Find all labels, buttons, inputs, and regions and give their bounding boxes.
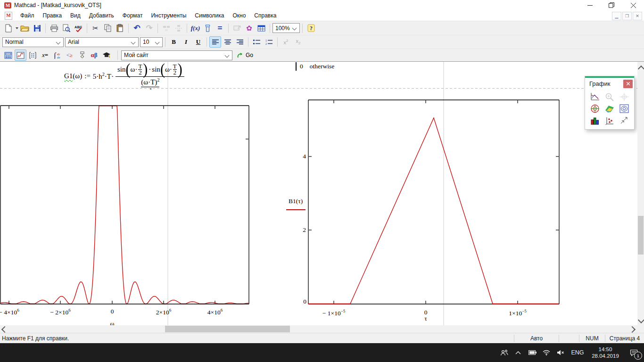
underline-button[interactable]: U	[192, 36, 204, 48]
menu-item-7[interactable]: Окно	[228, 11, 250, 20]
svg-text:dx: dx	[57, 56, 61, 59]
italic-icon: I	[185, 38, 187, 46]
boolean-palette-button[interactable]: <≥	[64, 49, 75, 61]
font-size-dropdown[interactable]: 10	[140, 37, 163, 47]
zoom-window-button	[604, 92, 615, 102]
volume-muted-icon[interactable]	[553, 343, 568, 362]
save-file-button[interactable]	[31, 23, 43, 34]
minimize-button[interactable]	[579, 0, 601, 10]
align-right-button[interactable]	[234, 36, 246, 48]
align-left-button[interactable]	[209, 36, 221, 48]
wifi-icon[interactable]	[539, 343, 553, 362]
polar-plot-button[interactable]	[589, 104, 601, 114]
toolbar-separator	[87, 24, 87, 33]
help-button[interactable]: ?	[305, 23, 317, 34]
greek-palette-button[interactable]: αβ	[88, 49, 100, 61]
go-button[interactable]: Go	[237, 52, 253, 59]
resources-dropdown[interactable]: Мой сайт	[121, 50, 232, 60]
menu-item-5[interactable]: Инструменты	[147, 11, 190, 20]
align-regions-icon	[163, 25, 170, 32]
print-preview-button[interactable]	[60, 23, 72, 34]
print-button[interactable]	[48, 23, 60, 34]
toolbar-separator	[228, 24, 229, 33]
show-hidden-icons-chevron[interactable]	[511, 343, 525, 362]
evaluation-palette-button[interactable]: x=	[39, 49, 51, 61]
zoom-dropdown[interactable]: 100%	[272, 23, 300, 33]
paste-button[interactable]	[114, 23, 126, 34]
undo-button[interactable]: ↶	[131, 23, 143, 34]
calculator-palette-button[interactable]	[2, 49, 14, 61]
menu-item-0[interactable]: Файл	[16, 11, 39, 20]
numbered-list-button[interactable]: 12	[263, 36, 275, 48]
otherwise-label: otherwise	[310, 63, 334, 70]
trace-icon	[619, 92, 629, 101]
bold-button[interactable]: B	[168, 36, 180, 48]
restore-icon	[609, 2, 614, 8]
menu-item-4[interactable]: Формат	[118, 11, 147, 20]
menu-item-8[interactable]: Справка	[250, 11, 281, 20]
vector-field-plot-button[interactable]	[619, 115, 630, 125]
style-dropdown[interactable]: Normal	[2, 37, 64, 47]
close-icon	[631, 3, 636, 8]
mdi-minimize-button[interactable]: ▁	[612, 12, 621, 20]
vertical-scrollbar[interactable]	[637, 62, 644, 325]
menu-item-3[interactable]: Добавить	[85, 11, 118, 20]
insert-function-button[interactable]: f(x)	[190, 23, 201, 34]
battery-icon[interactable]	[525, 343, 539, 362]
new-file-icon	[5, 24, 12, 33]
formula-region-g1[interactable]: G1(ω) := 5·h2·T· sin(ω· T2 ) · sin(ω· T2…	[64, 63, 184, 90]
insert-table-button[interactable]	[256, 23, 267, 34]
evaluate-equals-button[interactable]: =	[214, 23, 226, 34]
charts-canvas[interactable]	[0, 62, 637, 325]
language-indicator[interactable]: ENG	[568, 349, 587, 356]
horizontal-scroll-thumb[interactable]	[165, 326, 290, 332]
align-right-icon	[237, 39, 243, 45]
menu-item-1[interactable]: Правка	[39, 11, 66, 20]
notification-badge: 1	[634, 352, 642, 360]
otherwise-region[interactable]: 0 otherwise	[296, 62, 334, 71]
bar3d-plot-button[interactable]	[589, 115, 601, 125]
matrix-palette-button[interactable]	[27, 49, 39, 61]
palette-close-button[interactable]	[623, 80, 633, 88]
chevron-down-icon	[225, 53, 230, 58]
xy-plot-button[interactable]	[589, 92, 601, 102]
clock[interactable]: 14:50 28.04.2019	[587, 346, 623, 359]
align-center-button[interactable]	[222, 36, 233, 48]
horizontal-scrollbar[interactable]	[0, 325, 637, 333]
open-file-button[interactable]	[19, 23, 31, 34]
vertical-scroll-thumb[interactable]	[638, 216, 644, 255]
bold-icon: B	[172, 38, 176, 46]
symbolic-palette-icon	[102, 52, 111, 58]
action-center-icon[interactable]: 1	[623, 343, 644, 362]
status-empty	[559, 335, 579, 342]
mdi-restore-button[interactable]: ❐	[622, 12, 632, 20]
align-left-icon	[212, 39, 219, 45]
surface-plot-button[interactable]	[604, 104, 615, 114]
graph-palette-window[interactable]: График	[585, 76, 635, 130]
calculus-palette-button[interactable]: ∫dydx	[51, 49, 63, 61]
mdi-close-button[interactable]: ✕	[633, 12, 642, 20]
bullet-list-button[interactable]	[251, 36, 263, 48]
people-icon[interactable]	[497, 343, 511, 362]
open-file-icon	[20, 25, 29, 32]
restore-button[interactable]	[601, 0, 622, 10]
cut-button[interactable]: ✂	[90, 23, 101, 34]
new-file-caret-icon[interactable]	[16, 27, 18, 29]
smartsketch-button[interactable]: ✿	[243, 23, 255, 34]
graph-palette-button[interactable]	[15, 49, 26, 61]
check-spelling-button[interactable]: ABC	[73, 23, 84, 34]
insert-unit-button[interactable]	[202, 23, 214, 34]
programming-palette-button[interactable]	[76, 49, 88, 61]
close-button[interactable]	[622, 0, 644, 10]
font-dropdown[interactable]: Arial	[65, 37, 139, 47]
symbolic-palette-button[interactable]	[100, 49, 112, 61]
help-icon: ?	[307, 24, 315, 32]
copy-button[interactable]	[102, 23, 114, 34]
menu-item-6[interactable]: Символика	[190, 11, 228, 20]
contour-plot-button[interactable]	[619, 104, 630, 114]
menu-item-2[interactable]: Вид	[66, 11, 85, 20]
scatter3d-plot-button[interactable]	[604, 115, 615, 125]
worksheet[interactable]: G1(ω) := 5·h2·T· sin(ω· T2 ) · sin(ω· T2…	[0, 62, 637, 325]
italic-button[interactable]: I	[180, 36, 192, 48]
new-file-button[interactable]	[2, 23, 14, 34]
